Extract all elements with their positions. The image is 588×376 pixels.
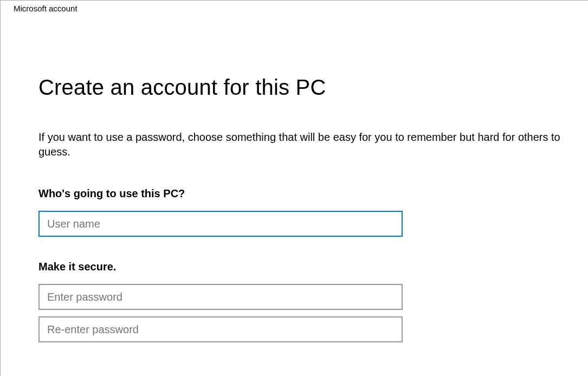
window-frame: Microsoft account Create an account for … — [0, 0, 588, 376]
password-label: Make it secure. — [38, 261, 583, 273]
content-area: Create an account for this PC If you wan… — [1, 75, 588, 342]
username-label: Who's going to use this PC? — [38, 187, 583, 200]
window-header: Microsoft account — [1, 1, 588, 13]
page-title: Create an account for this PC — [38, 75, 583, 100]
password-group: Make it secure. — [38, 261, 583, 342]
password-enter-input[interactable] — [38, 284, 403, 310]
password-reenter-input[interactable] — [38, 316, 403, 342]
username-group: Who's going to use this PC? — [38, 187, 583, 237]
username-input[interactable] — [38, 211, 403, 237]
window-title: Microsoft account — [14, 4, 77, 13]
page-description: If you want to use a password, choose so… — [38, 130, 580, 159]
